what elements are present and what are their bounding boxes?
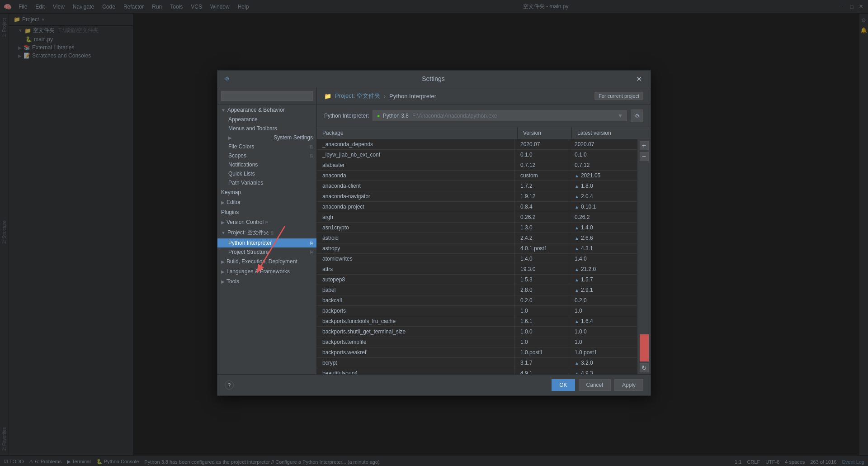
table-row[interactable]: attrs19.3.0▲ 21.2.0 bbox=[317, 264, 637, 275]
nav-item-tools[interactable]: ▶ Tools bbox=[217, 276, 316, 286]
interpreter-select[interactable]: ● Python 3.8 F:\Anaconda\Anaconda\python… bbox=[373, 110, 627, 121]
table-row[interactable]: backports1.01.0 bbox=[317, 306, 637, 316]
package-table-container: Package Version Latest version _anaconda… bbox=[317, 127, 651, 374]
nav-item-path-variables-label: Path Variables bbox=[228, 180, 263, 186]
package-name: beautifulsoup4 bbox=[317, 368, 515, 374]
package-version: 1.9.12 bbox=[515, 191, 569, 201]
apply-button[interactable]: Apply bbox=[614, 379, 643, 391]
nav-item-file-colors[interactable]: File Colors ⎘ bbox=[217, 142, 316, 151]
ok-button[interactable]: OK bbox=[552, 379, 575, 391]
nav-item-keymap[interactable]: Keymap bbox=[217, 187, 316, 197]
nav-item-languages[interactable]: ▶ Languages & Frameworks bbox=[217, 266, 316, 276]
table-row[interactable]: atomicwrites1.4.01.4.0 bbox=[317, 254, 637, 264]
nav-group-header-project[interactable]: ▼ Project: 空文件夹 ⎘ bbox=[217, 227, 316, 238]
cancel-button[interactable]: Cancel bbox=[579, 379, 611, 391]
package-version: 19.3.0 bbox=[515, 264, 569, 274]
table-row[interactable]: _anaconda_depends2020.072020.07 bbox=[317, 139, 637, 150]
package-version: 1.6.1 bbox=[515, 316, 569, 326]
table-row[interactable]: backports.weakref1.0.post11.0.post1 bbox=[317, 347, 637, 358]
nav-item-keymap-label: Keymap bbox=[221, 189, 241, 195]
nav-item-menus[interactable]: Menus and Toolbars bbox=[217, 124, 316, 133]
breadcrumb-parent[interactable]: Project: 空文件夹 bbox=[335, 92, 380, 100]
table-row[interactable]: autopep81.5.3▲ 1.5.7 bbox=[317, 275, 637, 285]
table-row[interactable]: anaconda-navigator1.9.12▲ 2.0.4 bbox=[317, 191, 637, 202]
upgrade-arrow-icon: ▲ bbox=[575, 319, 579, 324]
package-version: 1.5.3 bbox=[515, 275, 569, 285]
table-row[interactable]: argh0.26.20.26.2 bbox=[317, 212, 637, 223]
interpreter-value: Python 3.8 bbox=[383, 113, 409, 119]
table-row[interactable]: beautifulsoup44.9.1▲ 4.9.3 bbox=[317, 368, 637, 374]
nav-item-plugins[interactable]: Plugins bbox=[217, 207, 316, 217]
nav-item-scopes[interactable]: Scopes ⎘ bbox=[217, 151, 316, 160]
table-row[interactable]: asn1crypto1.3.0▲ 1.4.0 bbox=[317, 223, 637, 233]
package-name: anaconda-navigator bbox=[317, 191, 515, 201]
dialog-title: Settings bbox=[422, 75, 445, 82]
nav-item-project-structure[interactable]: Project Structure ⎘ bbox=[217, 247, 316, 257]
nav-item-appearance[interactable]: Appearance bbox=[217, 115, 316, 124]
progress-indicator bbox=[640, 334, 649, 361]
add-package-button[interactable]: + bbox=[640, 141, 649, 150]
upgrade-arrow-icon: ▲ bbox=[575, 371, 579, 375]
table-row[interactable]: _ipyw_jlab_nb_ext_conf0.1.00.1.0 bbox=[317, 150, 637, 160]
package-latest: 0.2.0 bbox=[569, 295, 637, 305]
package-version: 0.7.12 bbox=[515, 160, 569, 170]
upgrade-arrow-icon: ▲ bbox=[575, 246, 579, 251]
expand-chevron-system: ▶ bbox=[228, 135, 232, 140]
package-latest: 1.4.0 bbox=[569, 254, 637, 264]
package-name: atomicwrites bbox=[317, 254, 515, 264]
table-row[interactable]: anacondacustom▲ 2021.05 bbox=[317, 171, 637, 181]
footer-buttons: OK Cancel Apply bbox=[552, 379, 643, 391]
table-row[interactable]: backports.shutil_get_terminal_size1.0.01… bbox=[317, 327, 637, 337]
package-latest: ▲ 1.6.4 bbox=[569, 316, 637, 326]
interpreter-gear-button[interactable]: ⚙ bbox=[631, 109, 643, 122]
table-row[interactable]: anaconda-client1.7.2▲ 1.8.0 bbox=[317, 181, 637, 191]
nav-group-appearance: ▼ Appearance & Behavior Appearance Menus… bbox=[217, 105, 316, 187]
package-name: autopep8 bbox=[317, 275, 515, 285]
package-version: 3.1.7 bbox=[515, 358, 569, 368]
table-row[interactable]: backports.functools_lru_cache1.6.1▲ 1.6.… bbox=[317, 316, 637, 327]
refresh-button[interactable]: ↻ bbox=[640, 363, 649, 372]
breadcrumb-icon: 📁 bbox=[324, 93, 331, 100]
package-latest: 0.26.2 bbox=[569, 212, 637, 222]
copy-icon-interpreter: ⎘ bbox=[310, 241, 313, 246]
package-latest: 1.0.post1 bbox=[569, 347, 637, 357]
interpreter-path: F:\Anaconda\Anaconda\python.exe bbox=[412, 113, 497, 119]
package-name: anaconda-project bbox=[317, 202, 515, 212]
nav-item-scopes-label: Scopes bbox=[228, 152, 246, 159]
table-row[interactable]: bcrypt3.1.7▲ 3.2.0 bbox=[317, 358, 637, 368]
package-name: backports.shutil_get_terminal_size bbox=[317, 327, 515, 337]
dialog-close-button[interactable]: ✕ bbox=[634, 74, 643, 83]
table-row[interactable]: babel2.8.0▲ 2.9.1 bbox=[317, 285, 637, 295]
upgrade-arrow-icon: ▲ bbox=[575, 236, 579, 241]
package-version: 0.2.0 bbox=[515, 295, 569, 305]
nav-item-quick-lists[interactable]: Quick Lists bbox=[217, 169, 316, 178]
settings-icon: ⚙ bbox=[225, 76, 230, 82]
settings-search-input[interactable] bbox=[221, 91, 313, 101]
nav-item-system[interactable]: ▶ System Settings bbox=[217, 133, 316, 142]
package-version: 2.4.2 bbox=[515, 233, 569, 243]
copy-icon-scopes: ⎘ bbox=[310, 153, 313, 158]
help-button[interactable]: ? bbox=[225, 380, 234, 390]
table-row[interactable]: astropy4.0.1.post1▲ 4.3.1 bbox=[317, 243, 637, 254]
nav-item-editor[interactable]: ▶ Editor bbox=[217, 197, 316, 207]
nav-item-notifications[interactable]: Notifications bbox=[217, 160, 316, 169]
nav-item-build[interactable]: ▶ Build, Execution, Deployment bbox=[217, 257, 316, 266]
table-row[interactable]: astroid2.4.2▲ 2.6.6 bbox=[317, 233, 637, 243]
nav-group-header-appearance[interactable]: ▼ Appearance & Behavior bbox=[217, 105, 316, 115]
upgrade-arrow-icon: ▲ bbox=[575, 361, 579, 366]
package-name: backports.tempfile bbox=[317, 337, 515, 347]
table-row[interactable]: backports.tempfile1.01.0 bbox=[317, 337, 637, 347]
package-latest: 1.0 bbox=[569, 306, 637, 316]
nav-item-python-interpreter[interactable]: Python Interpreter ⎘ bbox=[217, 238, 316, 247]
package-latest: ▲ 4.3.1 bbox=[569, 243, 637, 253]
nav-item-version-control[interactable]: ▶ Version Control ⎘ bbox=[217, 217, 316, 227]
package-name: argh bbox=[317, 212, 515, 222]
nav-item-path-variables[interactable]: Path Variables bbox=[217, 178, 316, 187]
table-row[interactable]: backcall0.2.00.2.0 bbox=[317, 295, 637, 306]
table-row[interactable]: anaconda-project0.8.4▲ 0.10.1 bbox=[317, 202, 637, 212]
nav-item-vc-label: Version Control bbox=[226, 219, 264, 225]
package-name: bcrypt bbox=[317, 358, 515, 368]
package-latest: ▲ 0.10.1 bbox=[569, 202, 637, 212]
remove-package-button[interactable]: − bbox=[640, 152, 649, 161]
table-row[interactable]: alabaster0.7.120.7.12 bbox=[317, 160, 637, 171]
